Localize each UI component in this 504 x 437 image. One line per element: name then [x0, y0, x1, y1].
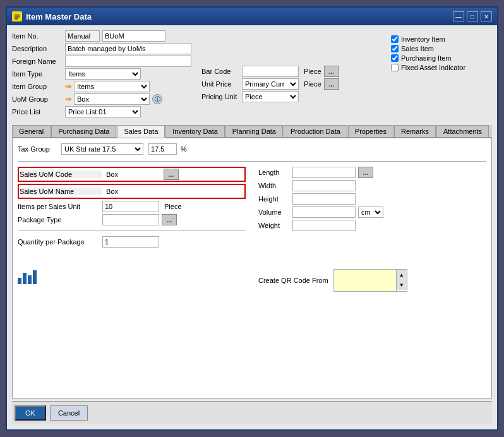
uom-info-icon[interactable]: ⓘ — [152, 94, 162, 104]
item-type-row: Item Type Items — [12, 68, 196, 80]
tab-content-sales: Tax Group UK Std rate 17.5 % — [12, 138, 492, 398]
sales-uom-code-browse-button[interactable]: ... — [164, 169, 179, 180]
purchasing-item-checkbox[interactable] — [391, 54, 399, 62]
svg-rect-3 — [15, 18, 18, 20]
foreign-name-input[interactable] — [65, 56, 191, 67]
separator2 — [18, 230, 246, 231]
items-per-sales-unit-row: Items per Sales Unit Piece — [18, 201, 246, 212]
inventory-item-checkbox[interactable] — [391, 35, 399, 43]
tab-inventory[interactable]: Inventory Data — [165, 125, 225, 137]
tab-production[interactable]: Production Data — [284, 125, 347, 137]
item-group-select[interactable]: Items — [74, 81, 150, 92]
purchasing-item-row: Purchasing Item — [391, 54, 492, 62]
fixed-asset-label: Fixed Asset Indicator — [401, 64, 465, 71]
volume-input[interactable] — [292, 207, 356, 218]
width-input[interactable] — [292, 180, 356, 191]
tab-planning[interactable]: Planning Data — [225, 125, 283, 137]
items-per-unit-input[interactable] — [102, 201, 159, 212]
ok-button[interactable]: OK — [15, 405, 46, 421]
qr-spin-up-button[interactable]: ▲ — [397, 270, 407, 280]
package-type-row: Package Type ... — [18, 214, 246, 225]
item-group-arrow-icon: ⇒ — [65, 82, 71, 91]
qr-spin-down-button[interactable]: ▼ — [397, 280, 407, 290]
tax-group-label: Tax Group — [18, 145, 59, 153]
sales-uom-code-input[interactable] — [104, 169, 161, 180]
height-label: Height — [258, 195, 290, 203]
tab-attachments[interactable]: Attachments — [436, 125, 489, 137]
tab-remarks[interactable]: Remarks — [394, 125, 436, 137]
volume-row: Volume cm — [258, 207, 486, 218]
inventory-item-label: Inventory Item — [401, 35, 445, 43]
unit-price-select[interactable]: Primary Curr — [242, 78, 299, 90]
qr-code-spinner: ▲ ▼ — [397, 269, 407, 292]
title-bar-controls: — □ ✕ — [453, 11, 492, 21]
description-row: Description — [12, 43, 196, 54]
uom-group-label: UoM Group — [12, 95, 63, 103]
height-input[interactable] — [292, 193, 356, 205]
qr-code-row: Create QR Code From ▲ ▼ — [258, 269, 486, 292]
length-input[interactable] — [292, 167, 356, 178]
item-no-value-input[interactable] — [102, 30, 165, 42]
sales-item-checkbox[interactable] — [391, 45, 399, 52]
maximize-button[interactable]: □ — [467, 11, 478, 21]
items-per-unit-label: Items per Sales Unit — [18, 203, 100, 210]
description-label: Description — [12, 45, 63, 52]
price-list-row: Price List Price List 01 — [12, 106, 196, 117]
barcode-input[interactable] — [242, 66, 299, 77]
measurements-right: Length ... Width Height — [258, 167, 486, 292]
top-form-area: Item No. Description Foreign Name — [12, 30, 492, 117]
two-col-layout: Sales UoM Code ... Sales UoM Name — [18, 167, 486, 292]
title-bar: Item Master Data — □ ✕ — [7, 8, 497, 25]
uom-group-select[interactable]: Box — [74, 93, 150, 105]
barcode-label: Bar Code — [201, 68, 239, 75]
purchasing-item-label: Purchasing Item — [401, 54, 451, 62]
uom-group-row: UoM Group ⇒ Box ⓘ — [12, 93, 196, 105]
item-no-row: Item No. — [12, 30, 196, 42]
tab-sales[interactable]: Sales Data — [117, 125, 165, 138]
main-window: Item Master Data — □ ✕ Item No. — [6, 6, 498, 431]
qty-per-package-label: Quantity per Package — [18, 238, 100, 246]
tab-purchasing[interactable]: Purchasing Data — [51, 125, 116, 137]
sales-item-row: Sales Item — [391, 45, 492, 52]
sales-uom-code-row: Sales UoM Code ... — [18, 167, 246, 182]
package-type-input[interactable] — [102, 214, 159, 225]
tab-properties[interactable]: Properties — [348, 125, 393, 137]
price-list-select[interactable]: Price List 01 — [65, 106, 141, 117]
volume-unit-select[interactable]: cm — [358, 207, 383, 218]
fixed-asset-row: Fixed Asset Indicator — [391, 64, 492, 71]
item-no-mode-input[interactable] — [65, 30, 100, 42]
volume-label: Volume — [258, 208, 290, 216]
price-list-label: Price List — [12, 108, 63, 116]
tab-general[interactable]: General — [12, 125, 51, 137]
length-browse-button[interactable]: ... — [358, 167, 373, 178]
weight-input[interactable] — [292, 220, 356, 231]
window-icon — [12, 11, 22, 21]
barcode-unit: Piece — [304, 68, 321, 75]
minimize-button[interactable]: — — [453, 11, 464, 21]
item-type-select[interactable]: Items — [65, 68, 141, 80]
sales-uom-name-input[interactable] — [104, 186, 161, 197]
sales-item-label: Sales Item — [401, 45, 434, 52]
inventory-item-row: Inventory Item — [391, 35, 492, 43]
tab-area: General Purchasing Data Sales Data Inven… — [12, 123, 492, 398]
unit-price-browse-button[interactable]: ... — [324, 78, 339, 90]
chart-icon[interactable] — [18, 266, 38, 284]
item-type-label: Item Type — [12, 70, 63, 78]
qty-per-package-input[interactable] — [102, 236, 159, 248]
description-input[interactable] — [65, 43, 191, 54]
tax-percent-input[interactable] — [148, 143, 177, 155]
item-no-label: Item No. — [12, 32, 63, 40]
cancel-button[interactable]: Cancel — [50, 405, 88, 421]
qr-code-label: Create QR Code From — [258, 277, 328, 284]
mid-form-col: Bar Code Piece ... Unit Price Primary Cu… — [201, 30, 386, 102]
tax-group-select[interactable]: UK Std rate 17.5 — [61, 143, 143, 155]
pricing-unit-select[interactable]: Piece — [242, 91, 299, 102]
qr-code-input[interactable] — [333, 269, 397, 292]
uom-group-arrow-icon: ⇒ — [65, 95, 71, 104]
close-button[interactable]: ✕ — [481, 11, 492, 21]
fixed-asset-checkbox[interactable] — [391, 64, 399, 71]
unit-price-row: Unit Price Primary Curr Piece ... — [201, 78, 386, 90]
unit-price-unit: Piece — [304, 80, 321, 88]
package-type-browse-button[interactable]: ... — [162, 214, 177, 225]
barcode-browse-button[interactable]: ... — [324, 66, 339, 77]
